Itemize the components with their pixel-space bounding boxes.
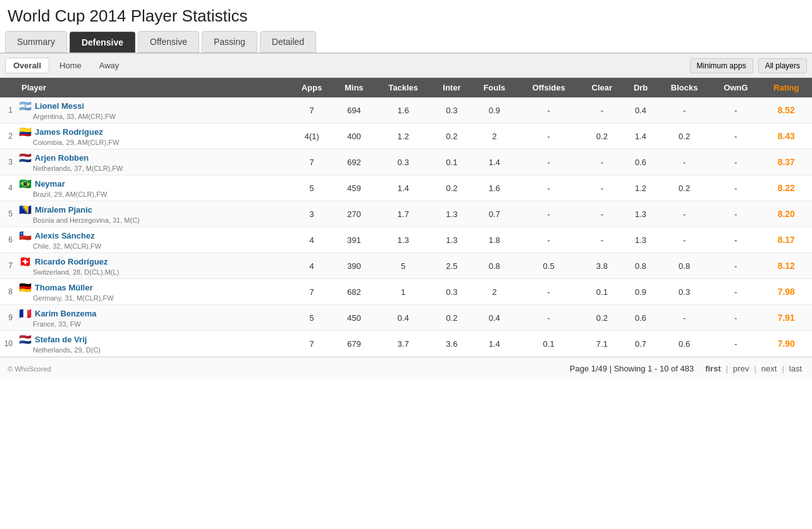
prev-page-link[interactable]: prev	[730, 363, 751, 375]
player-detail: Germany, 31, M(CLR),FW	[19, 294, 286, 302]
owng-cell: -	[711, 201, 761, 227]
clear-cell: -	[580, 175, 624, 201]
blocks-cell: -	[658, 305, 711, 331]
player-name-text[interactable]: Karim Benzema	[35, 309, 97, 318]
inter-cell: 0.2	[432, 305, 471, 331]
player-detail: Netherlands, 37, M(CLR),FW	[19, 165, 286, 172]
rank-cell: 6	[0, 227, 15, 253]
clear-cell: 0.2	[580, 123, 624, 149]
col-mins: Mins	[334, 78, 375, 97]
player-name-text[interactable]: James Rodríguez	[35, 127, 103, 137]
owng-cell: -	[711, 175, 761, 201]
rank-cell: 10	[0, 331, 15, 357]
apps-cell: 7	[290, 331, 333, 357]
offsides-cell: -	[517, 201, 580, 227]
all-players-button[interactable]: All players	[758, 58, 807, 73]
player-cell: 🇩🇪 Thomas Müller Germany, 31, M(CLR),FW	[15, 279, 290, 305]
player-detail: Netherlands, 29, D(C)	[19, 346, 286, 354]
clear-cell: -	[580, 149, 624, 175]
apps-cell: 4(1)	[290, 123, 333, 149]
owng-cell: -	[711, 227, 761, 253]
tab-summary[interactable]: Summary	[5, 31, 67, 53]
tab-passing[interactable]: Passing	[202, 31, 257, 53]
rating-cell: 8.12	[761, 253, 812, 279]
owng-cell: -	[711, 123, 761, 149]
rating-cell: 8.37	[761, 149, 812, 175]
sub-tab-overall[interactable]: Overall	[5, 58, 49, 73]
player-cell: 🇨🇴 James Rodríguez Colombia, 29, AM(CLR)…	[15, 123, 290, 149]
rating-cell: 8.43	[761, 123, 812, 149]
sep-1: |	[726, 364, 728, 373]
blocks-cell: -	[658, 149, 711, 175]
apps-cell: 7	[290, 279, 333, 305]
apps-cell: 4	[290, 227, 333, 253]
first-page-link[interactable]: first	[703, 363, 723, 375]
tackles-cell: 3.7	[374, 331, 432, 357]
sub-tabs-bar: Overall Home Away Minimum apps All playe…	[0, 54, 812, 78]
rating-cell: 8.22	[761, 175, 812, 201]
inter-cell: 2.5	[432, 253, 471, 279]
last-page-link[interactable]: last	[787, 363, 804, 375]
mins-cell: 682	[334, 279, 375, 305]
tab-offensive[interactable]: Offensive	[138, 31, 199, 53]
drb-cell: 0.6	[624, 149, 657, 175]
col-rank	[0, 78, 15, 97]
apps-cell: 5	[290, 305, 333, 331]
flag-icon: 🇩🇪	[19, 282, 32, 294]
col-rating: Rating	[761, 78, 812, 97]
flag-icon: 🇳🇱	[19, 333, 32, 345]
col-player: Player	[15, 78, 290, 97]
tackles-cell: 1	[374, 279, 432, 305]
apps-cell: 5	[290, 175, 333, 201]
player-cell: 🇨🇱 Alexis Sánchez Chile, 32, M(CLR),FW	[15, 227, 290, 253]
tackles-cell: 1.7	[374, 201, 432, 227]
table-row: 6 🇨🇱 Alexis Sánchez Chile, 32, M(CLR),FW…	[0, 227, 812, 253]
next-page-link[interactable]: next	[759, 363, 780, 375]
player-name-text[interactable]: Alexis Sánchez	[35, 231, 95, 240]
blocks-cell: 0.8	[658, 253, 711, 279]
inter-cell: 0.2	[432, 123, 471, 149]
player-name-text[interactable]: Miralem Pjanic	[35, 205, 92, 215]
tackles-cell: 1.6	[374, 97, 432, 123]
blocks-cell: 0.2	[658, 123, 711, 149]
sub-tab-away[interactable]: Away	[92, 58, 127, 73]
page-title: World Cup 2014 Player Statistics	[0, 0, 812, 31]
player-name-text[interactable]: Ricardo Rodríguez	[35, 257, 108, 266]
player-detail: Colombia, 29, AM(CLR),FW	[19, 139, 286, 146]
player-name-text[interactable]: Stefan de Vrij	[35, 335, 87, 344]
mins-cell: 694	[334, 97, 375, 123]
mins-cell: 692	[334, 149, 375, 175]
flag-icon: 🇨🇴	[19, 126, 32, 138]
inter-cell: 3.6	[432, 331, 471, 357]
blocks-cell: 0.3	[658, 279, 711, 305]
tackles-cell: 0.3	[374, 149, 432, 175]
offsides-cell: -	[517, 279, 580, 305]
col-owng: OwnG	[711, 78, 761, 97]
player-name-text[interactable]: Thomas Müller	[35, 283, 93, 292]
col-inter: Inter	[432, 78, 471, 97]
table-row: 1 🇦🇷 Lionel Messi Argentina, 33, AM(CR),…	[0, 97, 812, 123]
flag-icon: 🇫🇷	[19, 308, 32, 320]
fouls-cell: 0.4	[472, 305, 517, 331]
tab-defensive[interactable]: Defensive	[70, 32, 135, 53]
player-name-text[interactable]: Arjen Robben	[35, 153, 89, 163]
fouls-cell: 1.8	[472, 227, 517, 253]
tackles-cell: 5	[374, 253, 432, 279]
player-name-text[interactable]: Neymar	[35, 179, 65, 189]
tab-detailed[interactable]: Detailed	[260, 31, 316, 53]
table-row: 9 🇫🇷 Karim Benzema France, 33, FW 5 450 …	[0, 305, 812, 331]
sub-tab-home[interactable]: Home	[52, 58, 89, 73]
clear-cell: -	[580, 97, 624, 123]
drb-cell: 0.8	[624, 253, 657, 279]
player-cell: 🇧🇦 Miralem Pjanic Bosnia and Herzegovina…	[15, 201, 290, 227]
rank-cell: 9	[0, 305, 15, 331]
minimum-apps-button[interactable]: Minimum apps	[690, 58, 753, 73]
owng-cell: -	[711, 279, 761, 305]
fouls-cell: 0.7	[472, 201, 517, 227]
table-row: 4 🇧🇷 Neymar Brazil, 29, AM(CLR),FW 5 459…	[0, 175, 812, 201]
offsides-cell: -	[517, 123, 580, 149]
col-tackles: Tackles	[374, 78, 432, 97]
player-name-text[interactable]: Lionel Messi	[35, 101, 84, 111]
player-cell: 🇧🇷 Neymar Brazil, 29, AM(CLR),FW	[15, 175, 290, 201]
fouls-cell: 1.4	[472, 331, 517, 357]
